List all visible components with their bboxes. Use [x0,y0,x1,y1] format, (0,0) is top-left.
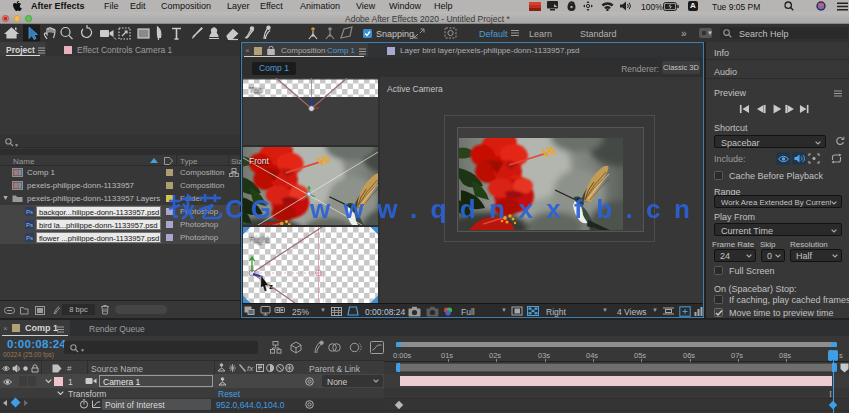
svg-text:Ps: Ps [26,222,33,228]
svg-text:Ps: Ps [26,235,33,241]
svg-text:z: z [269,282,273,291]
svg-text:Ps: Ps [26,209,33,215]
svg-text:fx: fx [247,364,254,373]
